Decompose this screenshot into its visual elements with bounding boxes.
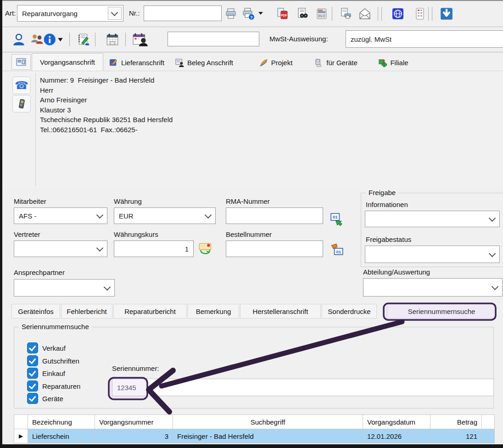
- waehrungskurs-input[interactable]: [114, 241, 194, 257]
- tab-reparaturbericht[interactable]: Reparaturbericht: [113, 304, 187, 319]
- checkbox-reparaturen[interactable]: Reparaturen: [27, 381, 80, 392]
- chevron-down-icon: [111, 9, 118, 17]
- table-row[interactable]: ▶ Lieferschein 3 Freisinger - Bad Hersfe…: [14, 429, 495, 443]
- elo-archive-button[interactable]: ELO: [314, 6, 329, 21]
- tab-filiale[interactable]: Filiale: [370, 55, 416, 70]
- art-combobox-dropdown-button[interactable]: [108, 7, 122, 20]
- calendar-button[interactable]: [105, 32, 120, 47]
- download-button[interactable]: [439, 6, 454, 21]
- checkbox-geraete[interactable]: Geräte: [27, 393, 63, 404]
- tab-bemerkung[interactable]: Bemerkung: [188, 304, 239, 319]
- checkbox-checked-icon: [27, 342, 38, 353]
- freigabestatus-combobox[interactable]: [365, 246, 500, 263]
- art-combobox[interactable]: Reparaturvorgang: [17, 5, 123, 22]
- svg-text:01: 01: [333, 214, 338, 219]
- tab-lieferanschrift[interactable]: Lieferanschrift: [104, 55, 169, 70]
- notes-button[interactable]: [76, 32, 90, 47]
- cell-vorgangsnummer[interactable]: 3: [95, 429, 173, 443]
- checkbox-checked-icon: [27, 368, 38, 379]
- cell-vorgangsdatum[interactable]: 12.01.2026: [363, 429, 430, 443]
- feather-icon: [259, 58, 268, 67]
- toolbar-separator: [378, 7, 378, 21]
- cell-spacer: [482, 429, 495, 443]
- seriennummernsuche-groupbox: Seriennummernsuche Verkauf Gutschriften …: [14, 327, 494, 409]
- rma-assign-button[interactable]: 01: [329, 211, 345, 228]
- main-toolbar: Art: Reparaturvorgang Nr.: ?: [2, 1, 503, 27]
- address-tabstrip: Vorgangsanschrift Lieferanschrift Beleg …: [2, 52, 503, 71]
- tab-projekt[interactable]: Projekt: [250, 55, 302, 70]
- header-vorgangsnummer[interactable]: Vorgangsnummer: [95, 415, 173, 429]
- waehrungskurs-button[interactable]: [197, 241, 213, 257]
- header-betrag[interactable]: Betrag: [430, 415, 482, 429]
- checkbox-gutschriften[interactable]: Gutschriften: [27, 355, 79, 366]
- print-options-button[interactable]: ?: [241, 6, 256, 21]
- informationen-combobox[interactable]: [365, 211, 500, 227]
- currency-exchange-icon: [198, 241, 212, 256]
- quick-filter-input[interactable]: [168, 32, 259, 46]
- cell-bezeichnung[interactable]: Lieferschein: [28, 429, 95, 443]
- tab-sonderdrucke[interactable]: Sonderdrucke: [322, 304, 377, 319]
- phone-call-button[interactable]: ☎: [12, 77, 31, 94]
- tab-vorgangsanschrift[interactable]: Vorgangsanschrift: [32, 53, 103, 71]
- cell-suchbegriff[interactable]: Freisinger - Bad Hersfeld: [173, 429, 363, 443]
- order-number-tag-icon: 01: [330, 241, 344, 258]
- header-suchbegriff[interactable]: Suchbegriff: [173, 415, 363, 429]
- checkbox-label: Einkauf: [42, 370, 65, 377]
- printer-icon: [224, 7, 237, 20]
- mwst-combobox[interactable]: zuzügl. MwSt: [346, 30, 503, 48]
- chevron-down-icon: [96, 212, 104, 219]
- cell-betrag[interactable]: 121: [430, 429, 482, 443]
- tab-label: Filiale: [390, 59, 408, 67]
- tab-fehlerbericht[interactable]: Fehlerbericht: [61, 304, 112, 319]
- download-arrow-icon: [440, 7, 453, 21]
- customer-button[interactable]: [11, 32, 26, 47]
- tab-beleg-anschrift[interactable]: Beleg Anschrift: [170, 55, 238, 70]
- toolbar-separator: [432, 7, 432, 21]
- customer-info-button[interactable]: [30, 32, 65, 47]
- document-print-button[interactable]: [338, 6, 353, 21]
- appointment-icon: [132, 33, 149, 46]
- bestellnummer-assign-button[interactable]: 01: [329, 241, 345, 258]
- checkbox-label: Gutschriften: [42, 357, 79, 365]
- nr-input[interactable]: [144, 6, 222, 21]
- bestellnummer-input[interactable]: [226, 241, 323, 257]
- tab-label: für Geräte: [326, 59, 358, 67]
- checkbox-einkauf[interactable]: Einkauf: [27, 368, 65, 379]
- print-dropdown-caret-icon[interactable]: [258, 12, 263, 17]
- waehrung-combobox[interactable]: EUR: [114, 207, 216, 224]
- abteilung-combobox[interactable]: [363, 278, 503, 297]
- email-button[interactable]: [358, 6, 372, 21]
- header-marker: [14, 415, 28, 429]
- tab-seriennummernsuche[interactable]: Seriennummernsuche: [387, 304, 496, 319]
- web-button[interactable]: [391, 6, 405, 21]
- rma-input[interactable]: [226, 207, 323, 224]
- print-button[interactable]: [224, 6, 238, 21]
- checkbox-label: Geräte: [42, 395, 63, 403]
- header-bezeichnung[interactable]: Bezeichnung: [28, 415, 95, 429]
- waehrung-label: Währung: [114, 197, 142, 205]
- mobile-phone-icon: [16, 98, 27, 109]
- addressbook-button[interactable]: [11, 54, 31, 70]
- document-search-button[interactable]: [295, 6, 310, 21]
- calculator-button[interactable]: [413, 6, 427, 21]
- pdf-export-button[interactable]: PDF: [275, 6, 290, 21]
- svg-text:ELO: ELO: [319, 14, 325, 17]
- informationen-label: Informationen: [366, 201, 408, 208]
- tab-geraeteinfos[interactable]: Geräteinfos: [11, 304, 60, 319]
- ansprechpartner-combobox[interactable]: [14, 279, 115, 297]
- appointment-button[interactable]: [132, 32, 149, 47]
- mobile-call-button[interactable]: [12, 95, 31, 112]
- checkbox-label: Reparaturen: [42, 382, 80, 390]
- tab-herstelleranschrift[interactable]: Herstelleranschrift: [240, 304, 321, 319]
- checkbox-verkauf[interactable]: Verkauf: [27, 342, 66, 353]
- serial-search-panel: Seriennummernsuche Verkauf Gutschriften …: [2, 320, 503, 412]
- mitarbeiter-combobox[interactable]: AFS -: [14, 207, 107, 224]
- tab-label: Lieferanschrift: [121, 59, 164, 67]
- print-options-icon: ?: [242, 7, 255, 20]
- seriennummer-input[interactable]: [112, 379, 494, 396]
- address-block: Nummer: 9 Freisinger - Bad Hersfeld Herr…: [40, 75, 173, 134]
- header-vorgangsdatum[interactable]: Vorgangsdatum: [363, 415, 430, 429]
- tab-label: Herstelleranschrift: [253, 308, 308, 315]
- vertreter-combobox[interactable]: [14, 241, 107, 257]
- tab-fuer-geraete[interactable]: für Geräte: [302, 55, 369, 70]
